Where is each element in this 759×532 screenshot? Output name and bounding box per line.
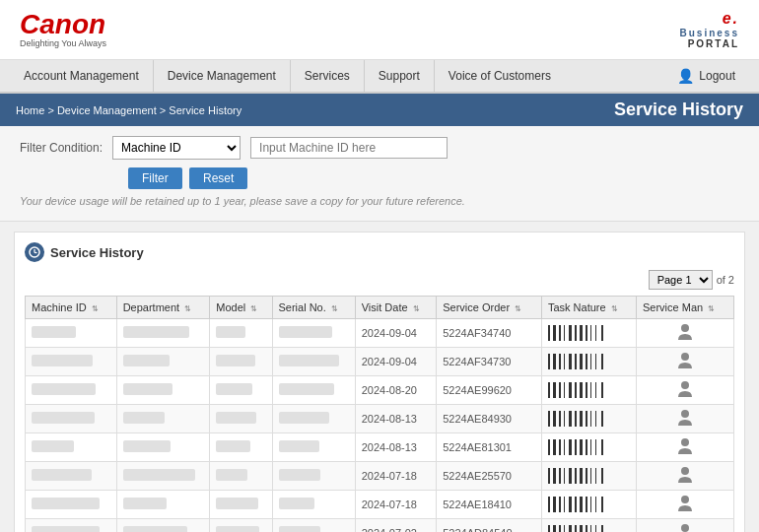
- cell-model: [210, 405, 272, 433]
- cell-task-nature: [541, 348, 636, 376]
- cell-model: [210, 376, 272, 405]
- svg-point-6: [681, 410, 689, 418]
- cell-service-man: [637, 462, 734, 491]
- cell-service-man: [637, 491, 734, 519]
- cell-department: [116, 462, 210, 491]
- person-icon: [677, 495, 693, 512]
- cell-visit-date: 2024-07-18: [355, 491, 437, 519]
- cell-service-man: [637, 348, 734, 376]
- filter-select[interactable]: Machine ID Serial No. Department: [112, 136, 241, 160]
- filter-section: Filter Condition: Machine ID Serial No. …: [0, 126, 759, 222]
- col-task-nature[interactable]: Task Nature ⇅: [541, 297, 636, 319]
- cell-machine-id: [26, 519, 117, 533]
- col-service-man[interactable]: Service Man ⇅: [637, 297, 734, 319]
- cell-machine-id: [26, 376, 117, 405]
- col-serial-no[interactable]: Serial No. ⇅: [272, 297, 355, 319]
- svg-point-7: [681, 438, 689, 446]
- nav-account-management[interactable]: Account Management: [10, 60, 154, 92]
- breadcrumb-bar: Home > Device Management > Service Histo…: [0, 94, 759, 126]
- cell-department: [116, 319, 210, 348]
- col-service-order[interactable]: Service Order ⇅: [437, 297, 542, 319]
- cell-visit-date: 2024-07-18: [355, 462, 437, 491]
- filter-condition-label: Filter Condition:: [20, 141, 103, 155]
- section-icon: [25, 242, 44, 262]
- svg-point-8: [681, 467, 689, 475]
- filter-note: Your device usage will be retained up to…: [20, 195, 739, 207]
- section-header: Service History: [25, 242, 734, 262]
- person-icon: [677, 323, 693, 341]
- cell-service-order: 5224AD84540: [437, 519, 542, 533]
- cell-service-man: [637, 405, 734, 433]
- cell-machine-id: [26, 491, 117, 519]
- cell-task-nature: [541, 319, 636, 348]
- svg-point-4: [681, 353, 689, 361]
- cell-department: [116, 491, 210, 519]
- cell-service-man: [637, 376, 734, 405]
- person-icon: [677, 437, 693, 455]
- cell-visit-date: 2024-08-13: [355, 433, 437, 462]
- cell-service-order: 5224AE18410: [437, 491, 542, 519]
- ebusiness-brand: e.Business PORTAL: [680, 10, 739, 49]
- col-model[interactable]: Model ⇅: [210, 297, 272, 319]
- cell-model: [210, 319, 272, 348]
- svg-point-9: [681, 496, 689, 503]
- cell-serial-no: [272, 462, 355, 491]
- cell-service-order: 5224AF34730: [437, 348, 542, 376]
- cell-model: [210, 462, 272, 491]
- cell-department: [116, 376, 210, 405]
- cell-department: [116, 519, 210, 533]
- logo-area: Canon Delighting You Always: [20, 11, 106, 48]
- cell-visit-date: 2024-09-04: [355, 319, 437, 348]
- cell-machine-id: [26, 405, 117, 433]
- cell-model: [210, 491, 272, 519]
- cell-service-man: [637, 319, 734, 348]
- cell-task-nature: [541, 376, 636, 405]
- person-icon: [677, 523, 693, 532]
- col-department[interactable]: Department ⇅: [116, 297, 210, 319]
- cell-task-nature: [541, 519, 636, 533]
- cell-machine-id: [26, 433, 117, 462]
- page-select[interactable]: Page 1 Page 2: [649, 270, 713, 290]
- logout-label: Logout: [699, 69, 735, 83]
- table-row: 2024-07-025224AD84540: [26, 519, 734, 533]
- nav-voice-of-customers[interactable]: Voice of Customers: [435, 60, 565, 92]
- navigation: Account Management Device Management Ser…: [0, 60, 759, 94]
- nav-device-management[interactable]: Device Management: [154, 60, 291, 92]
- reset-button[interactable]: Reset: [189, 167, 247, 189]
- nav-services[interactable]: Services: [291, 60, 365, 92]
- table-row: 2024-08-135224AE84930: [26, 405, 734, 433]
- cell-task-nature: [541, 433, 636, 462]
- cell-service-order: 5224AE99620: [437, 376, 542, 405]
- cell-service-order: 5224AE84930: [437, 405, 542, 433]
- cell-machine-id: [26, 319, 117, 348]
- header: Canon Delighting You Always e.Business P…: [0, 0, 759, 60]
- table-row: 2024-07-185224AE18410: [26, 491, 734, 519]
- table-row: 2024-07-185224AE25570: [26, 462, 734, 491]
- cell-visit-date: 2024-09-04: [355, 348, 437, 376]
- person-icon: [677, 380, 693, 398]
- person-icon: [677, 352, 693, 369]
- filter-input[interactable]: [250, 137, 448, 159]
- cell-task-nature: [541, 405, 636, 433]
- col-machine-id[interactable]: Machine ID ⇅: [26, 297, 117, 319]
- cell-model: [210, 433, 272, 462]
- canon-logo: Canon: [20, 11, 106, 38]
- filter-row: Filter Condition: Machine ID Serial No. …: [20, 136, 739, 160]
- cell-serial-no: [272, 519, 355, 533]
- filter-button[interactable]: Filter: [128, 167, 182, 189]
- cell-serial-no: [272, 348, 355, 376]
- col-visit-date[interactable]: Visit Date ⇅: [355, 297, 437, 319]
- brand-area: e.Business PORTAL: [680, 10, 739, 49]
- svg-point-10: [681, 524, 689, 532]
- table-row: 2024-08-205224AE99620: [26, 376, 734, 405]
- nav-support[interactable]: Support: [365, 60, 435, 92]
- person-icon: [677, 409, 693, 427]
- cell-visit-date: 2024-08-13: [355, 405, 437, 433]
- logo-tagline: Delighting You Always: [20, 38, 106, 48]
- logout-button[interactable]: 👤 Logout: [663, 60, 749, 92]
- cell-service-man: [637, 519, 734, 533]
- main-content: Service History Page 1 Page 2 of 2 Machi…: [14, 232, 745, 532]
- section-title: Service History: [50, 245, 144, 260]
- svg-point-5: [681, 381, 689, 389]
- cell-service-order: 5224AF34740: [437, 319, 542, 348]
